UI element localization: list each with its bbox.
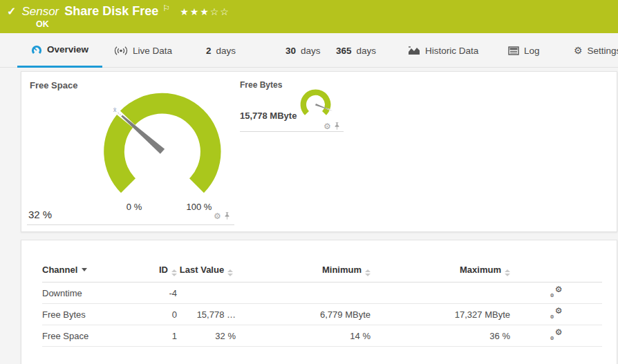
channels-panel: Channel ID Last Value Minimum Maximum [21,240,617,364]
channel-name[interactable]: Free Bytes [42,304,149,325]
column-header-maximum[interactable]: Maximum [371,264,510,282]
channel-last-value: 15,778 … [177,304,236,325]
priority-flag-icon[interactable]: ⚐ [162,3,170,13]
free-bytes-gauge [295,84,336,124]
tab-label: Log [524,46,540,56]
channel-settings-icon[interactable]: ⚙⚙ [550,287,563,298]
priority-stars[interactable]: ★★★☆☆ [180,6,230,17]
gauge-scale-min: 0 % [113,202,155,212]
sort-caret-icon [82,268,87,271]
column-header-last-value[interactable]: Last Value [177,264,236,282]
tab-historic-data[interactable]: Historic Data [408,33,478,68]
ok-check-icon: ✓ [7,5,16,18]
tab-log[interactable]: Log [508,33,540,68]
gauge-settings-icon[interactable]: ⚙ [214,211,221,221]
gear-icon: ⚙ [574,45,583,56]
sort-arrows-icon [505,269,510,276]
gauge-scale-max: 100 % [175,202,223,212]
tab-2-days[interactable]: 2 days [206,33,236,68]
sort-arrows-icon [227,269,233,276]
channel-minimum [236,282,371,304]
sensor-status-bar: ✓ Sensor Share Disk Free ⚐ ★★★☆☆ OK [0,0,618,33]
tab-label: days [357,46,377,56]
pin-icon[interactable] [334,122,340,131]
divider [27,224,234,225]
column-header-id[interactable]: ID [149,264,177,282]
channel-maximum: 36 % [371,325,510,347]
tab-settings[interactable]: ⚙ Settings [574,33,618,68]
sort-arrows-icon [365,269,371,276]
stars-empty[interactable]: ☆☆ [210,6,230,17]
table-row: Free Bytes 0 15,778 … 6,779 MByte 17,327… [42,304,602,325]
channel-settings-icon[interactable]: ⚙⚙ [550,308,563,319]
area-chart-icon [408,46,420,55]
status-badge: OK [36,19,49,29]
channel-maximum: 17,327 MByte [371,304,510,325]
tab-365-days[interactable]: 365 days [336,33,376,68]
free-space-current-value: 32 % [28,209,52,220]
stars-filled[interactable]: ★★★ [180,6,210,17]
gauge-controls: ⚙ [324,122,340,131]
tab-label: Live Data [133,46,172,56]
channel-name[interactable]: Free Space [42,325,149,347]
column-header-settings [510,264,602,282]
column-header-minimum[interactable]: Minimum [236,264,371,282]
free-space-gauge: x̄ [89,75,236,221]
channel-last-value [177,282,236,304]
tab-label: days [301,46,321,56]
sensor-title: Share Disk Free [64,4,158,19]
overview-gauges-panel: Free Space x̄ 0 % 100 % 32 % ⚙ Free Byte… [21,71,617,232]
tab-number: 365 [336,46,352,56]
free-bytes-gauge-title: Free Bytes [240,80,282,90]
average-marker: x̄ [113,106,117,113]
live-data-icon [114,46,128,56]
channel-minimum: 14 % [236,325,371,347]
tab-overview[interactable]: Overview [17,33,102,68]
column-header-channel[interactable]: Channel [42,264,149,282]
channel-id: -4 [149,282,177,304]
tab-label: Overview [47,44,88,55]
table-header-row: Channel ID Last Value Minimum Maximum [42,264,602,282]
channel-maximum [371,282,510,304]
free-bytes-current-value: 15,778 MByte [240,111,297,121]
sort-arrows-icon [171,269,177,276]
tab-number: 30 [285,46,296,56]
gauge-controls: ⚙ [214,211,230,221]
prtg-sensor-page: ✓ Sensor Share Disk Free ⚐ ★★★☆☆ OK Over… [0,0,618,364]
channel-minimum: 6,779 MByte [236,304,371,325]
tab-30-days[interactable]: 30 days [285,33,321,68]
channel-id: 0 [149,304,177,325]
gauge-settings-icon[interactable]: ⚙ [324,122,331,131]
divider [240,131,344,132]
channel-settings-icon[interactable]: ⚙⚙ [550,329,563,341]
free-space-gauge-title: Free Space [30,80,77,90]
tab-label: Settings [588,46,618,56]
channel-name[interactable]: Downtime [42,282,149,304]
tab-bar: Overview Live Data 2 days 30 days 365 da… [0,33,618,68]
table-row: Downtime -4 ⚙⚙ [42,282,602,304]
log-list-icon [508,46,519,55]
tab-live-data[interactable]: Live Data [114,33,172,68]
tab-number: 2 [206,46,212,56]
sensor-type-label: Sensor [21,5,59,19]
channel-last-value: 32 % [177,325,236,347]
tab-label: days [216,46,236,56]
tab-label: Historic Data [425,46,478,56]
table-row: Free Space 1 32 % 14 % 36 % ⚙⚙ [42,325,602,347]
gauge-icon [31,44,42,55]
channel-table: Channel ID Last Value Minimum Maximum [42,264,602,347]
pin-icon[interactable] [224,212,230,220]
channel-id: 1 [149,325,177,347]
